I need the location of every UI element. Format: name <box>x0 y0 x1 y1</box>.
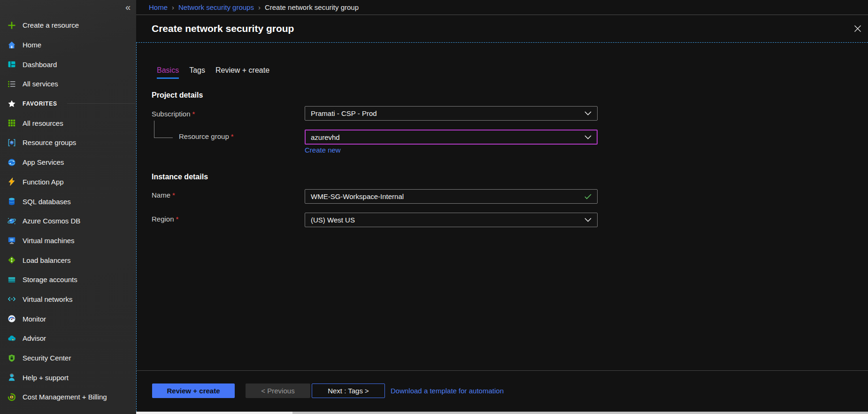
blade-header: Create network security group <box>136 15 868 42</box>
section-heading-instance-details: Instance details <box>152 173 208 181</box>
resource-group-label: Resource group* <box>179 132 234 140</box>
subscription-dropdown[interactable]: Pramati - CSP - Prod <box>305 106 598 121</box>
tab-tags[interactable]: Tags <box>189 66 205 79</box>
monitor-icon <box>7 314 16 323</box>
subscription-value: Pramati - CSP - Prod <box>311 109 581 117</box>
sidebar-item-label: Virtual machines <box>23 237 75 245</box>
download-template-link[interactable]: Download a template for automation <box>391 383 504 398</box>
create-new-link[interactable]: Create new <box>305 146 341 154</box>
sidebar-item-label: Load balancers <box>23 256 71 264</box>
horizontal-scrollbar-thumb[interactable] <box>136 412 292 414</box>
section-divider <box>67 103 135 104</box>
sidebar-item-resource-groups[interactable]: Resource groups <box>0 133 136 153</box>
region-dropdown[interactable]: (US) West US <box>305 213 598 227</box>
required-asterisk: * <box>192 110 195 118</box>
page-title: Create network security group <box>152 23 294 34</box>
cosmos-db-icon <box>7 216 16 226</box>
sidebar-item-home[interactable]: Home <box>0 35 136 55</box>
all-resources-icon <box>7 118 16 128</box>
region-label: Region* <box>152 215 178 223</box>
sidebar-item-storage-accounts[interactable]: Storage accounts <box>0 270 136 290</box>
required-asterisk: * <box>176 215 179 223</box>
sidebar-item-label: Azure Cosmos DB <box>23 217 80 225</box>
virtual-networks-icon <box>7 294 16 304</box>
sidebar-item-sql-databases[interactable]: SQL databases <box>0 192 136 211</box>
name-input[interactable]: WME-SG-Workspace-Internal <box>305 189 598 204</box>
sidebar-item-label: Virtual networks <box>23 295 72 303</box>
sidebar-section-label: FAVORITES <box>23 100 57 107</box>
sidebar-item-cost-management-billing[interactable]: Cost Management + Billing <box>0 387 136 407</box>
breadcrumb-separator-icon: › <box>258 3 261 11</box>
star-icon <box>7 99 16 108</box>
section-heading-project-details: Project details <box>152 91 203 100</box>
sidebar-item-virtual-machines[interactable]: Virtual machines <box>0 231 136 251</box>
sidebar-item-label: Security Center <box>23 354 71 362</box>
home-icon <box>7 40 16 50</box>
breadcrumb: Home › Network security groups › Create … <box>136 0 868 15</box>
chevron-down-icon <box>584 218 591 222</box>
sidebar-item-create-a-resource[interactable]: Create a resource <box>0 15 136 35</box>
sidebar-item-virtual-networks[interactable]: Virtual networks <box>0 290 136 309</box>
required-asterisk: * <box>172 191 175 199</box>
tab-review-create[interactable]: Review + create <box>215 66 269 79</box>
valid-check-icon <box>584 194 591 199</box>
cost-management-icon <box>7 392 16 402</box>
chevron-down-icon <box>584 135 591 139</box>
sidebar-item-monitor[interactable]: Monitor <box>0 309 136 329</box>
advisor-icon <box>7 334 16 343</box>
close-icon[interactable] <box>853 24 862 33</box>
virtual-machines-icon <box>7 236 16 245</box>
required-asterisk: * <box>231 132 234 140</box>
tab-basics[interactable]: Basics <box>157 66 179 79</box>
function-app-icon <box>7 177 16 186</box>
form-tabs: Basics Tags Review + create <box>157 66 269 79</box>
sql-databases-icon <box>7 197 16 206</box>
previous-button[interactable]: < Previous <box>246 383 310 398</box>
breadcrumb-link-network-security-groups[interactable]: Network security groups <box>178 3 254 11</box>
resource-groups-icon <box>7 138 16 147</box>
sidebar-item-load-balancers[interactable]: Load balancers <box>0 250 136 270</box>
dashboard-icon <box>7 60 16 69</box>
name-value: WME-SG-Workspace-Internal <box>311 192 581 200</box>
sidebar-item-label: Help + support <box>23 374 69 382</box>
sidebar-item-label: Function App <box>23 178 64 186</box>
sidebar-item-security-center[interactable]: Security Center <box>0 348 136 368</box>
create-nsg-form-panel: Basics Tags Review + create Project deta… <box>136 42 868 414</box>
sidebar-item-all-resources[interactable]: All resources <box>0 113 136 133</box>
main-content: Home › Network security groups › Create … <box>136 0 868 414</box>
sidebar-item-label: Storage accounts <box>23 276 77 284</box>
sidebar-item-help-support[interactable]: Help + support <box>0 368 136 387</box>
plus-icon <box>7 21 16 30</box>
sidebar-item-label: Monitor <box>23 315 46 323</box>
chevron-down-icon <box>584 111 591 115</box>
name-label: Name* <box>152 191 175 199</box>
sidebar-collapse-icon[interactable]: « <box>125 1 131 13</box>
horizontal-scrollbar[interactable] <box>136 412 868 414</box>
resource-group-value: azurevhd <box>311 133 581 141</box>
sidebar-item-label: Resource groups <box>23 138 76 146</box>
security-center-icon <box>7 353 16 363</box>
all-services-icon <box>7 79 16 89</box>
next-tags-button[interactable]: Next : Tags > <box>312 383 385 398</box>
sidebar-item-all-services[interactable]: All services <box>0 74 136 94</box>
sidebar-item-label: SQL databases <box>23 198 71 206</box>
sidebar-item-label: Home <box>23 41 41 49</box>
sidebar-item-app-services[interactable]: App Services <box>0 153 136 172</box>
review-create-button[interactable]: Review + create <box>152 383 235 398</box>
sidebar-item-function-app[interactable]: Function App <box>0 172 136 192</box>
footer-divider <box>137 370 868 371</box>
sidebar-item-label: Advisor <box>23 334 46 342</box>
sidebar-item-dashboard[interactable]: Dashboard <box>0 54 136 74</box>
breadcrumb-link-home[interactable]: Home <box>149 3 168 11</box>
sidebar-item-label: All services <box>23 80 58 88</box>
help-support-icon <box>7 373 16 382</box>
resource-group-dropdown[interactable]: azurevhd <box>305 130 598 145</box>
sidebar-nav: Create a resource Home Dashboard All ser… <box>0 15 136 407</box>
sidebar-item-label: Cost Management + Billing <box>23 393 107 401</box>
breadcrumb-separator-icon: › <box>172 3 174 11</box>
sidebar-item-azure-cosmos-db[interactable]: Azure Cosmos DB <box>0 211 136 231</box>
region-value: (US) West US <box>311 216 581 224</box>
sidebar: « Create a resource Home Dashboard <box>0 0 136 414</box>
sidebar-item-advisor[interactable]: Advisor <box>0 329 136 348</box>
app-services-icon <box>7 158 16 167</box>
